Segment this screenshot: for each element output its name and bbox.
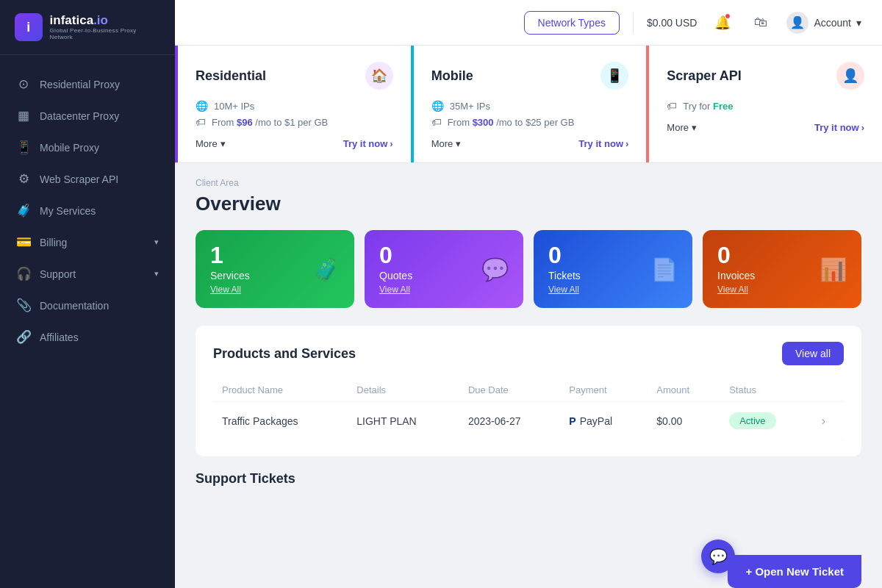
- balance-display: $0.00 USD: [647, 17, 697, 29]
- sidebar-item-label: Mobile Proxy: [40, 142, 99, 154]
- shopping-cart-icon[interactable]: 🛍: [748, 10, 773, 35]
- sidebar-item-scraper[interactable]: ⚙ Web Scraper API: [0, 163, 175, 195]
- col-amount: Amount: [648, 379, 720, 402]
- main-area: Network Types $0.00 USD 🔔 🛍 👤 Account ▾ …: [175, 0, 882, 588]
- avatar: 👤: [786, 12, 808, 34]
- sidebar-item-residential[interactable]: ⊙ Residential Proxy: [0, 68, 175, 100]
- ips-stat: 🌐 10M+ IPs: [196, 100, 393, 112]
- chevron-down-icon: ▾: [856, 17, 861, 29]
- overview-section: Client Area Overview 1 Services View All…: [175, 163, 882, 513]
- more-button[interactable]: More ▾: [667, 122, 697, 133]
- services-icon: 🧳: [16, 203, 31, 218]
- network-types-button[interactable]: Network Types: [524, 11, 620, 35]
- tickets-card-icon: 📄: [650, 257, 678, 282]
- services-label: Services: [210, 270, 250, 282]
- residential-card-icon: 🏠: [365, 62, 393, 90]
- open-ticket-button[interactable]: + Open New Ticket: [728, 555, 861, 588]
- card-footer: More ▾ Try it now ›: [196, 138, 393, 149]
- more-button[interactable]: More ▾: [196, 138, 226, 149]
- sidebar-item-affiliates[interactable]: 🔗 Affiliates: [0, 321, 175, 353]
- residential-card: Residential 🏠 🌐 10M+ IPs 🏷 From $96 /mo …: [175, 46, 411, 162]
- sidebar-item-mobile[interactable]: 📱 Mobile Proxy: [0, 132, 175, 163]
- free-label: Free: [713, 101, 733, 112]
- due-date: 2023-06-27: [459, 402, 560, 440]
- sidebar-item-label: My Services: [40, 205, 96, 217]
- tickets-view-all-link[interactable]: View All: [548, 284, 581, 295]
- price-highlight: $96: [237, 117, 253, 128]
- mobile-icon: 📱: [16, 140, 31, 155]
- price-icon: 🏷: [196, 116, 206, 128]
- quotes-card-icon: 💬: [481, 257, 509, 282]
- card-footer: More ▾ Try it now ›: [431, 138, 629, 149]
- products-header: Products and Services View all: [213, 342, 844, 365]
- sidebar-item-label: Affiliates: [40, 331, 79, 343]
- account-label: Account: [814, 17, 851, 29]
- affiliates-icon: 🔗: [16, 329, 31, 345]
- sidebar-item-datacenter[interactable]: ▦ Datacenter Proxy: [0, 100, 175, 132]
- col-product: Product Name: [213, 379, 348, 402]
- services-view-all-link[interactable]: View All: [210, 284, 250, 295]
- support-section-header: Support Tickets: [196, 471, 861, 487]
- notification-dot: [725, 13, 731, 19]
- price-highlight: $300: [473, 117, 494, 128]
- notifications-icon[interactable]: 🔔: [710, 10, 735, 35]
- sidebar-item-billing[interactable]: 💳 Billing ▾: [0, 226, 175, 258]
- invoices-view-all-link[interactable]: View All: [717, 284, 755, 295]
- invoices-label: Invoices: [717, 270, 755, 282]
- view-all-button[interactable]: View all: [782, 342, 844, 365]
- more-button[interactable]: More ▾: [431, 138, 462, 149]
- topbar-divider: [633, 12, 634, 33]
- quotes-view-all-link[interactable]: View All: [379, 284, 412, 295]
- payment-method: P PayPal: [560, 402, 648, 440]
- logo-icon: i: [15, 13, 43, 41]
- sidebar-item-label: Support: [40, 268, 76, 280]
- logo-text: infatica.io Global Peer-to-Business Prox…: [50, 14, 160, 41]
- account-button[interactable]: 👤 Account ▾: [786, 12, 861, 34]
- mobile-card: Mobile 📱 🌐 35M+ IPs 🏷 From $300 /mo to $…: [411, 46, 647, 162]
- sidebar-item-myservices[interactable]: 🧳 My Services: [0, 195, 175, 226]
- paypal-icon: P: [569, 415, 576, 427]
- sidebar-nav: ⊙ Residential Proxy ▦ Datacenter Proxy 📱…: [0, 55, 175, 588]
- sidebar-item-label: Documentation: [40, 300, 109, 312]
- logo-name: infatica.io: [50, 14, 160, 28]
- table-row[interactable]: Traffic Packages LIGHT PLAN 2023-06-27 P…: [213, 402, 844, 440]
- products-section: Products and Services View all Product N…: [196, 326, 861, 456]
- logo-container[interactable]: i infatica.io Global Peer-to-Business Pr…: [0, 0, 175, 55]
- card-header: Mobile 📱: [431, 62, 629, 90]
- col-details: Details: [348, 379, 459, 402]
- try-now-button[interactable]: Try it now ›: [343, 138, 393, 149]
- try-now-button[interactable]: Try it now ›: [578, 138, 628, 149]
- services-stat-card: 1 Services View All 🧳: [196, 230, 354, 308]
- quotes-stat-card: 0 Quotes View All 💬: [365, 230, 523, 308]
- sidebar-item-support[interactable]: 🎧 Support ▾: [0, 258, 175, 290]
- products-title: Products and Services: [213, 346, 356, 362]
- quotes-count: 0: [379, 243, 412, 267]
- chevron-down-icon: ▾: [154, 269, 159, 279]
- pricing-stat: 🏷 From $300 /mo to $25 per GB: [431, 116, 629, 128]
- logo-domain: .io: [93, 13, 108, 27]
- row-action[interactable]: ›: [813, 402, 844, 440]
- tickets-count: 0: [548, 243, 581, 267]
- stats-grid: 1 Services View All 🧳 0 Quotes View All …: [196, 230, 861, 308]
- services-count: 1: [210, 243, 250, 267]
- proxy-cards-container: Residential 🏠 🌐 10M+ IPs 🏷 From $96 /mo …: [175, 46, 882, 163]
- try-now-button[interactable]: Try it now ›: [814, 122, 864, 133]
- card-title: Mobile: [431, 68, 473, 84]
- product-details: LIGHT PLAN: [348, 402, 459, 440]
- sidebar-item-label: Datacenter Proxy: [40, 110, 119, 122]
- content-area: Residential 🏠 🌐 10M+ IPs 🏷 From $96 /mo …: [175, 46, 882, 588]
- price-icon: 🏷: [431, 116, 442, 128]
- scraper-icon: ⚙: [16, 171, 31, 187]
- free-stat: 🏷 Try for Free: [667, 100, 864, 112]
- pricing-stat: 🏷 From $96 /mo to $1 per GB: [196, 116, 393, 128]
- chevron-right-icon[interactable]: ›: [822, 415, 825, 427]
- card-title: Residential: [196, 68, 266, 84]
- card-header: Scraper API 👤: [667, 62, 864, 90]
- sidebar-item-documentation[interactable]: 📎 Documentation: [0, 290, 175, 321]
- status-badge: Active: [729, 412, 775, 429]
- breadcrumb: Client Area: [196, 178, 861, 188]
- col-payment: Payment: [560, 379, 648, 402]
- card-header: Residential 🏠: [196, 62, 393, 90]
- invoices-card-icon: 📊: [820, 257, 847, 282]
- quotes-label: Quotes: [379, 270, 412, 282]
